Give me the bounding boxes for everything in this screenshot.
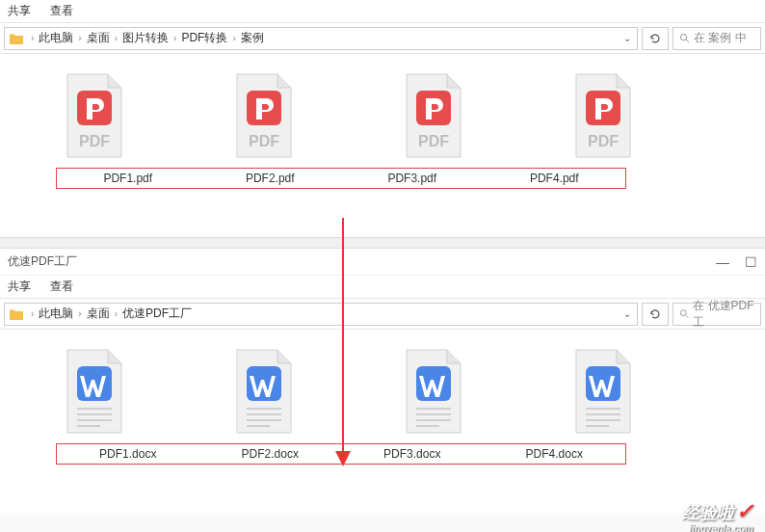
ribbon-tabs: 共享 查看 xyxy=(0,276,765,299)
crumb-this-pc[interactable]: 此电脑 xyxy=(37,306,75,322)
svg-line-1 xyxy=(686,40,689,42)
address-bar-row: › 此电脑 › 桌面 › 优速PDF工厂 ⌄ 在 优速PDF工 xyxy=(0,299,765,330)
file-item[interactable] xyxy=(565,349,642,434)
file-name[interactable]: PDF2.docx xyxy=(199,444,342,464)
watermark-domain: jingyanla.com xyxy=(689,523,753,532)
file-name[interactable]: PDF4.pdf xyxy=(484,169,626,188)
file-name[interactable]: PDF4.docx xyxy=(484,444,626,464)
file-item[interactable] xyxy=(225,349,303,434)
file-item[interactable] xyxy=(395,349,472,434)
breadcrumb[interactable]: › 此电脑 › 桌面 › 优速PDF工厂 ⌄ xyxy=(4,303,638,326)
search-icon xyxy=(679,33,690,43)
chevron-right-icon: › xyxy=(78,308,81,319)
search-placeholder: 在 优速PDF工 xyxy=(693,298,760,331)
file-item[interactable]: PDF xyxy=(395,73,472,158)
file-name[interactable]: PDF1.pdf xyxy=(57,169,199,188)
filename-row: PDF1.pdf PDF2.pdf PDF3.pdf PDF4.pdf xyxy=(56,168,626,189)
search-input[interactable]: 在 案例 中 xyxy=(673,27,761,50)
file-name[interactable]: PDF2.pdf xyxy=(199,169,342,188)
minimize-button[interactable]: — xyxy=(716,254,729,270)
crumb-desktop[interactable]: 桌面 xyxy=(85,306,112,322)
docx-file-icon xyxy=(231,349,297,434)
chevron-down-icon[interactable]: ⌄ xyxy=(623,308,631,319)
chevron-right-icon: › xyxy=(115,33,118,43)
refresh-icon xyxy=(649,33,661,44)
chevron-down-icon[interactable]: ⌄ xyxy=(623,33,631,43)
svg-line-11 xyxy=(686,315,689,318)
chevron-right-icon: › xyxy=(232,33,235,43)
tab-view[interactable]: 查看 xyxy=(50,279,73,295)
address-bar-row: › 此电脑 › 桌面 › 图片转换 › PDF转换 › 案例 ⌄ 在 案例 中 xyxy=(0,23,765,54)
svg-text:PDF: PDF xyxy=(418,133,449,149)
filename-row: PDF1.docx PDF2.docx PDF3.docx PDF4.docx xyxy=(56,443,626,465)
refresh-button[interactable] xyxy=(642,27,669,50)
watermark-text: 经验啦 xyxy=(682,501,734,524)
search-input[interactable]: 在 优速PDF工 xyxy=(673,303,761,326)
crumb-folder[interactable]: PDF转换 xyxy=(179,30,229,46)
crumb-folder[interactable]: 案例 xyxy=(239,30,266,46)
maximize-button[interactable]: ☐ xyxy=(745,254,757,270)
docx-file-icon xyxy=(401,349,466,434)
file-name[interactable]: PDF3.pdf xyxy=(341,169,484,188)
svg-text:PDF: PDF xyxy=(588,133,619,149)
breadcrumb[interactable]: › 此电脑 › 桌面 › 图片转换 › PDF转换 › 案例 ⌄ xyxy=(4,27,638,50)
docx-file-icon xyxy=(570,349,636,434)
check-icon: ✓ xyxy=(736,499,753,524)
docx-file-icon xyxy=(62,349,127,434)
refresh-button[interactable] xyxy=(642,303,669,326)
chevron-right-icon: › xyxy=(31,308,34,319)
tab-view[interactable]: 查看 xyxy=(50,3,73,19)
svg-rect-8 xyxy=(586,91,620,125)
svg-rect-6 xyxy=(416,91,451,125)
file-name[interactable]: PDF3.docx xyxy=(341,444,484,464)
pdf-file-icon: PDF xyxy=(570,73,636,158)
svg-point-0 xyxy=(680,34,686,40)
svg-rect-4 xyxy=(247,91,281,125)
pdf-file-icon: PDF xyxy=(62,73,127,158)
search-placeholder: 在 案例 中 xyxy=(694,30,747,46)
file-item[interactable]: PDF xyxy=(565,73,642,158)
crumb-folder[interactable]: 优速PDF工厂 xyxy=(120,306,194,322)
chevron-right-icon: › xyxy=(115,308,118,319)
file-item[interactable]: PDF xyxy=(56,73,133,158)
watermark: 经验啦 ✓ jingyanla.com xyxy=(682,499,753,524)
svg-rect-2 xyxy=(77,91,112,125)
svg-text:PDF: PDF xyxy=(79,133,110,149)
chevron-right-icon: › xyxy=(78,33,81,43)
file-list-top: PDF PDF xyxy=(0,54,765,237)
window-gap xyxy=(0,237,765,249)
refresh-icon xyxy=(649,308,661,320)
svg-text:PDF: PDF xyxy=(249,133,279,149)
file-name[interactable]: PDF1.docx xyxy=(57,444,199,464)
crumb-this-pc[interactable]: 此电脑 xyxy=(37,30,75,46)
chevron-right-icon: › xyxy=(173,33,176,43)
file-list-bottom: PDF1.docx PDF2.docx PDF3.docx PDF4.docx xyxy=(0,330,765,513)
folder-icon xyxy=(9,31,24,46)
bottom-explorer-window: 优速PDF工厂 — ☐ 共享 查看 › 此电脑 › 桌面 › 优速PDF工厂 ⌄ xyxy=(0,249,765,513)
tab-share[interactable]: 共享 xyxy=(8,279,31,295)
ribbon-tabs: 共享 查看 xyxy=(0,0,765,23)
pdf-file-icon: PDF xyxy=(231,73,297,158)
crumb-folder[interactable]: 图片转换 xyxy=(120,30,171,46)
pdf-file-icon: PDF xyxy=(401,73,466,158)
crumb-desktop[interactable]: 桌面 xyxy=(85,30,112,46)
chevron-right-icon: › xyxy=(31,33,34,43)
file-item[interactable]: PDF xyxy=(225,73,303,158)
window-title-bar: 优速PDF工厂 — ☐ xyxy=(0,249,765,276)
svg-point-10 xyxy=(680,310,686,316)
tab-share[interactable]: 共享 xyxy=(8,3,31,19)
top-explorer-window: 共享 查看 › 此电脑 › 桌面 › 图片转换 › PDF转换 › 案例 ⌄ 在 xyxy=(0,0,765,237)
window-title: 优速PDF工厂 xyxy=(8,253,77,270)
search-icon xyxy=(679,308,689,319)
file-item[interactable] xyxy=(56,349,133,434)
folder-icon xyxy=(9,306,24,322)
